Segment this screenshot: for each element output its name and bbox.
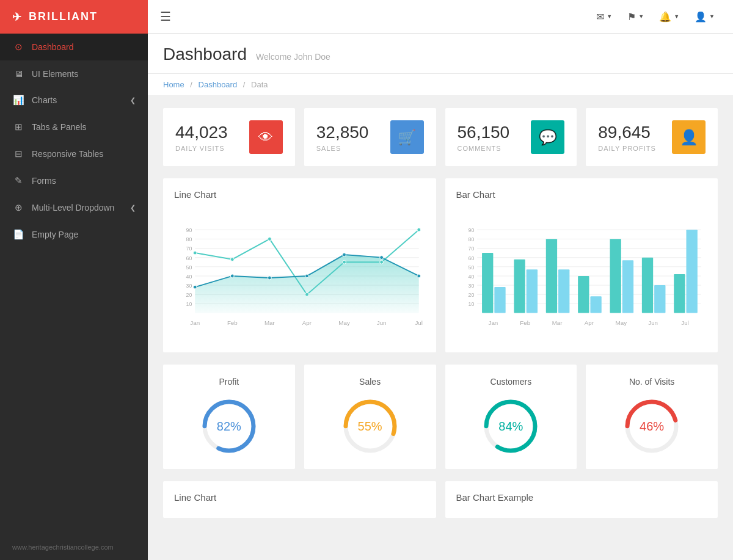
charts-icon: 📊 [12,95,24,106]
multi-level-icon: ⊕ [12,202,24,213]
stat-icon-2: 💬 [531,120,564,154]
donut-title-1: Sales [359,377,381,387]
svg-text:10: 10 [186,301,192,307]
svg-text:May: May [338,319,350,326]
stats-row: 44,023 DAILY VISITS 👁 32,850 SALES 🛒 56,… [163,108,718,166]
svg-text:50: 50 [468,264,474,271]
flag-caret: ▼ [638,13,644,20]
topbar: ☰ ✉ ▼ ⚑ ▼ 🔔 ▼ 👤 ▼ [148,0,733,34]
svg-text:Feb: Feb [520,319,530,326]
breadcrumb-current: Data [251,80,268,89]
main-content: ☰ ✉ ▼ ⚑ ▼ 🔔 ▼ 👤 ▼ Dashboard Welcome John… [148,0,733,560]
donut-card-3: No. of Visits 46% [586,365,718,469]
stat-label-3: DAILY PROFITS [598,145,656,152]
stat-info-0: 44,023 DAILY VISITS [175,123,228,152]
donut-wrapper-0: 82% [199,396,260,457]
svg-point-18 [193,251,197,255]
stat-card-1: 32,850 SALES 🛒 [304,108,436,166]
svg-text:Jul: Jul [415,319,422,326]
svg-point-22 [343,260,346,264]
tabs-panels-icon: ⊞ [12,122,24,133]
line-chart: 102030405060708090JanFebMarAprMayJunJul [174,207,425,341]
stat-card-2: 56,150 COMMENTS 💬 [445,108,577,166]
stat-icon-3: 👤 [672,120,706,154]
svg-text:Mar: Mar [264,319,275,326]
menu-toggle[interactable]: ☰ [160,9,171,24]
ui-elements-icon: 🖥 [12,68,24,79]
sidebar-item-empty-page[interactable]: 📄 Empty Page [0,221,148,248]
svg-text:Jan: Jan [190,319,200,326]
bell-button[interactable]: 🔔 ▼ [653,7,685,26]
line-chart-title: Line Chart [174,189,425,200]
svg-text:Apr: Apr [302,319,312,326]
sidebar-item-responsive-tables[interactable]: ⊟ Responsive Tables [0,140,148,167]
donut-wrapper-2: 84% [480,396,541,457]
bar-chart-card: Bar Chart 102030405060708090JanFebMarApr… [445,178,718,352]
sidebar-item-multi-level[interactable]: ⊕ Multi-Level Dropdown ❮ [0,194,148,221]
stat-info-2: 56,150 COMMENTS [458,123,510,152]
dashboard-icon: ⊙ [12,42,24,53]
bottom-row: Line ChartBar Chart Example [163,481,718,518]
svg-text:Jul: Jul [681,319,688,326]
svg-rect-57 [482,253,493,313]
svg-point-31 [417,274,421,278]
svg-point-20 [268,237,271,241]
svg-rect-66 [558,269,569,313]
donut-wrapper-3: 46% [621,396,682,457]
svg-text:90: 90 [186,227,192,233]
stat-icon-1: 🛒 [390,120,424,154]
bell-caret: ▼ [674,13,679,20]
stat-label-2: COMMENTS [458,145,510,152]
svg-point-23 [380,260,384,264]
brand-logo[interactable]: ✈ BRILLIANT [0,0,148,34]
arrow-icon: ❮ [130,96,136,104]
mail-button[interactable]: ✉ ▼ [590,7,618,26]
svg-rect-70 [686,230,697,313]
donut-card-0: Profit 82% [163,365,295,469]
donut-percent-0: 82% [217,420,241,434]
donut-card-2: Customers 84% [445,365,577,469]
svg-text:70: 70 [468,245,474,252]
sidebar-item-tabs-panels[interactable]: ⊞ Tabs & Panels [0,114,148,140]
donut-title-0: Profit [219,377,239,387]
svg-rect-58 [514,260,525,313]
svg-text:30: 30 [468,283,474,289]
brand-name: BRILLIANT [29,10,98,23]
user-button[interactable]: 👤 ▼ [688,7,721,26]
svg-point-26 [230,274,234,278]
svg-point-28 [305,274,309,278]
svg-text:May: May [615,319,627,326]
breadcrumb-dashboard[interactable]: Dashboard [199,80,238,89]
sidebar-item-forms[interactable]: ✎ Forms [0,167,148,194]
sidebar-label-dashboard: Dashboard [32,42,74,52]
svg-rect-69 [654,285,665,313]
svg-rect-65 [526,269,537,313]
flag-button[interactable]: ⚑ ▼ [621,7,650,26]
svg-text:60: 60 [186,255,192,261]
donut-percent-2: 84% [498,420,523,434]
breadcrumb-home[interactable]: Home [163,80,184,89]
svg-text:40: 40 [468,274,474,280]
topbar-right: ✉ ▼ ⚑ ▼ 🔔 ▼ 👤 ▼ [590,7,721,26]
sidebar-label-forms: Forms [32,176,56,186]
svg-text:Mar: Mar [552,319,563,326]
arrow-icon: ❮ [130,204,136,212]
breadcrumb: Home / Dashboard / Data [148,74,733,96]
sidebar-item-charts[interactable]: 📊 Charts ❮ [0,87,148,114]
page-subtitle: Welcome John Doe [256,52,330,62]
sidebar-item-ui-elements[interactable]: 🖥 UI Elements [0,60,148,87]
user-icon: 👤 [695,11,707,23]
svg-text:Apr: Apr [584,319,594,326]
page-title: Dashboard [163,45,247,64]
svg-point-25 [193,285,197,289]
donut-title-3: No. of Visits [629,377,674,387]
svg-rect-61 [610,239,621,313]
svg-rect-64 [494,287,505,313]
mail-caret: ▼ [607,13,612,20]
sidebar-item-dashboard[interactable]: ⊙ Dashboard [0,34,148,60]
svg-text:Jan: Jan [488,319,498,326]
sidebar-label-multi-level: Multi-Level Dropdown [32,203,114,213]
svg-text:90: 90 [468,227,474,233]
svg-text:70: 70 [186,245,192,252]
bottom-card-1: Bar Chart Example [445,481,718,518]
